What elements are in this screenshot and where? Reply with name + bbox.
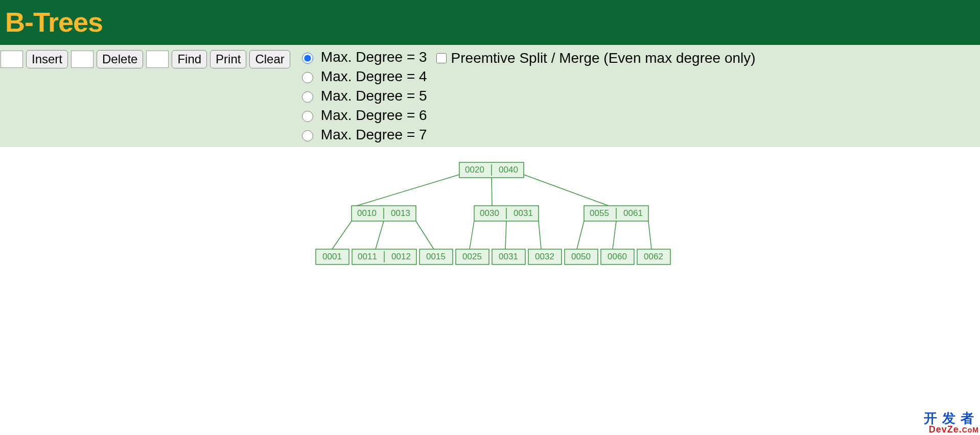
degree-option-7[interactable]: Max. Degree = 7 <box>299 127 427 143</box>
tree-key: 0030 <box>480 208 499 218</box>
tree-leaf: 0062 <box>637 249 670 264</box>
tree-leaf: 0015 <box>419 249 453 264</box>
delete-input[interactable] <box>71 51 94 68</box>
tree-edge <box>416 221 434 249</box>
tree-leaf: 0060 <box>601 249 634 264</box>
degree-label-3: Max. Degree = 3 <box>321 49 427 65</box>
tree-edge <box>492 175 492 206</box>
tree-edge <box>648 221 651 249</box>
tree-edge <box>524 175 609 206</box>
degree-option-5[interactable]: Max. Degree = 5 <box>299 88 427 104</box>
degree-label-6: Max. Degree = 6 <box>321 107 427 124</box>
tree-leaf: 0050 <box>565 249 598 264</box>
degree-radio-5[interactable] <box>302 91 313 103</box>
tree-edge <box>332 221 352 249</box>
degree-option-3[interactable]: Max. Degree = 3 <box>299 49 427 65</box>
tree-key: 0031 <box>514 208 533 218</box>
tree-key: 0050 <box>571 252 591 261</box>
tree-key: 0013 <box>391 208 410 218</box>
controls-bar: Insert Delete Find Print Clear Max. Degr… <box>0 45 980 147</box>
degree-option-6[interactable]: Max. Degree = 6 <box>299 107 427 124</box>
tree-key: 0031 <box>499 252 518 261</box>
tree-key: 0061 <box>623 208 643 218</box>
degree-radio-3[interactable] <box>302 53 313 64</box>
preemptive-checkbox[interactable] <box>436 53 447 63</box>
tree-key: 0040 <box>499 165 518 175</box>
insert-input[interactable] <box>1 51 23 68</box>
button-group: Insert Delete Find Print Clear <box>1 49 290 68</box>
tree-key: 0020 <box>465 165 484 175</box>
tree-key: 0062 <box>644 252 663 261</box>
tree-node: 0030 0031 <box>474 206 539 221</box>
degree-radio-group: Max. Degree = 3 Max. Degree = 4 Max. Deg… <box>299 49 427 143</box>
degree-label-4: Max. Degree = 4 <box>321 68 427 85</box>
tree-canvas: 0020 0040 0010 0013 0030 0031 0055 0061 <box>0 147 980 423</box>
tree-edge <box>470 221 474 249</box>
tree-key: 0001 <box>322 252 342 261</box>
tree-key: 0012 <box>391 252 411 261</box>
degree-label-5: Max. Degree = 5 <box>321 88 427 104</box>
insert-button[interactable]: Insert <box>26 50 68 68</box>
tree-leaf: 0011 0012 <box>352 249 416 264</box>
tree-svg: 0020 0040 0010 0013 0030 0031 0055 0061 <box>91 147 889 280</box>
degree-radio-6[interactable] <box>302 111 313 122</box>
degree-radio-4[interactable] <box>302 72 313 83</box>
tree-edge <box>539 221 541 249</box>
tree-node: 0010 0013 <box>352 206 416 221</box>
clear-button[interactable]: Clear <box>249 50 290 68</box>
tree-key: 0025 <box>462 252 482 261</box>
degree-label-7: Max. Degree = 7 <box>321 127 427 143</box>
tree-leaf: 0025 <box>456 249 489 264</box>
degree-option-4[interactable]: Max. Degree = 4 <box>299 68 427 85</box>
tree-node: 0055 0061 <box>584 206 648 221</box>
tree-key: 0010 <box>357 208 377 218</box>
degree-radio-7[interactable] <box>302 130 313 141</box>
tree-leaf: 0031 <box>492 249 525 264</box>
print-button[interactable]: Print <box>210 50 246 68</box>
find-input[interactable] <box>146 51 169 68</box>
tree-key: 0032 <box>535 252 554 261</box>
tree-edge <box>505 221 506 249</box>
find-button[interactable]: Find <box>172 50 207 68</box>
page-title: B-Trees <box>5 6 975 38</box>
tree-node-root: 0020 0040 <box>459 162 524 178</box>
tree-edge <box>357 175 459 206</box>
tree-key: 0055 <box>590 208 609 218</box>
tree-key: 0060 <box>608 252 627 261</box>
watermark-line1: 开发者 <box>924 412 979 423</box>
tree-edge <box>376 221 384 249</box>
watermark: 开发者 DevZe.CoM <box>924 412 979 423</box>
tree-key: 0015 <box>426 252 446 261</box>
delete-button[interactable]: Delete <box>97 50 143 68</box>
preemptive-group: Preemtive Split / Merge (Even max degree… <box>434 49 756 66</box>
page-header: B-Trees <box>0 0 980 45</box>
tree-leaf: 0032 <box>528 249 562 264</box>
tree-edge <box>613 221 616 249</box>
tree-edge <box>577 221 584 249</box>
tree-key: 0011 <box>358 252 377 261</box>
preemptive-label: Preemtive Split / Merge (Even max degree… <box>451 50 756 66</box>
tree-leaf: 0001 <box>316 249 349 264</box>
